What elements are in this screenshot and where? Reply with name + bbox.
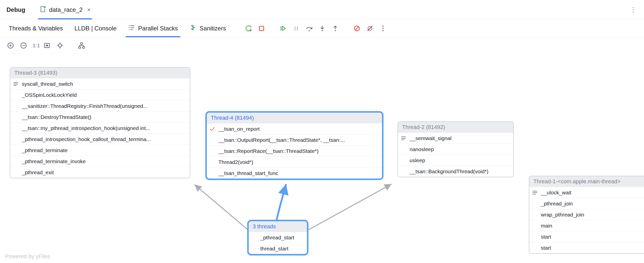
stop-button[interactable] <box>256 23 267 34</box>
stack-frame[interactable]: start <box>529 231 644 242</box>
stack-frame[interactable]: __tsan::BackgroundThread(void*) <box>398 166 513 177</box>
frame-label: main <box>541 223 552 229</box>
tab-label: Threads & Variables <box>9 25 63 32</box>
stack-frame[interactable]: _pthread_start <box>249 232 307 243</box>
threads-group-title: 3 threads <box>249 221 307 232</box>
frame-label: _pthread_terminate_invoke <box>22 158 86 164</box>
parallel-stacks-icon <box>128 24 135 33</box>
thread-node-title: Thread-1-<com.apple.main-thread> <box>529 176 644 187</box>
frame-label: _OSSpinLockLockYield <box>22 92 77 98</box>
debugger-tab-strip: Threads & Variables LLDB | Console Paral… <box>0 20 644 37</box>
debug-session-tab[interactable]: data_race_2 × <box>37 0 93 19</box>
frame-label: _pthread_introspection_hook_callout_thre… <box>22 136 151 142</box>
frame-label: __tsan::ReportRace(__tsan::ThreadState*) <box>218 148 318 154</box>
stack-frame[interactable]: __tsan::OutputReport(__tsan::ThreadState… <box>207 134 382 145</box>
frame-label: __tsan::BackgroundThread(void*) <box>410 168 488 174</box>
stack-frame[interactable]: __tsan_on_report <box>207 123 382 134</box>
frame-label: _pthread_exit <box>22 169 54 176</box>
frame-label: _pthread_terminate <box>22 147 68 153</box>
zoom-actual-size[interactable]: 1:1 <box>31 42 41 49</box>
file-icon <box>39 6 46 14</box>
tab-sanitizers[interactable]: Sanitizers <box>186 20 229 37</box>
frame-label: __tsan_thread_start_func <box>218 170 278 176</box>
edge-threads-to-thread3 <box>195 185 248 230</box>
view-breakpoints-button[interactable] <box>351 23 362 34</box>
edge-threads-to-thread2 <box>308 184 392 230</box>
step-over-button[interactable] <box>304 23 315 34</box>
center-graph-icon[interactable] <box>54 40 66 51</box>
parallel-stacks-canvas[interactable]: Thread-3 (81493) syscall_thread_switch _… <box>0 54 644 263</box>
toolbar-more-icon[interactable] <box>377 23 389 34</box>
powered-by-yfiles-label: Powered by yFiles <box>5 253 50 260</box>
stack-frame[interactable]: _pthread_join <box>529 198 644 209</box>
stack-frame[interactable]: __ulock_wait <box>529 187 644 198</box>
frame-label: __tsan::my_pthread_introspection_hook(un… <box>22 125 150 131</box>
thread-node-thread2[interactable]: Thread-2 (81492) __semwait_signal nanosl… <box>398 121 514 177</box>
stack-frame[interactable]: usleep <box>398 155 513 166</box>
stack-frame[interactable]: wrap_pthread_join <box>529 209 644 220</box>
current-frame-check-icon <box>209 126 215 132</box>
sanitizers-icon <box>189 24 197 33</box>
frame-label: Thread2(void*) <box>218 159 253 165</box>
stack-frame[interactable]: __tsan_thread_start_func <box>207 167 382 179</box>
thread-node-thread3[interactable]: Thread-3 (81493) syscall_thread_switch _… <box>10 67 190 178</box>
edge-threads-to-thread4 <box>277 184 286 220</box>
frames-group-icon <box>13 81 19 87</box>
stack-frame[interactable]: start <box>529 242 644 253</box>
zoom-out-icon[interactable] <box>18 40 29 51</box>
frame-label: _pthread_join <box>541 201 573 207</box>
frames-group-icon <box>401 135 407 141</box>
tab-parallel-stacks[interactable]: Parallel Stacks <box>125 20 181 37</box>
tab-threads-variables[interactable]: Threads & Variables <box>6 20 66 37</box>
stack-frame[interactable]: __sanitizer::ThreadRegistry::FinishThrea… <box>10 100 190 111</box>
layout-graph-icon[interactable] <box>76 40 87 51</box>
stack-frame[interactable]: _pthread_terminate_invoke <box>10 156 190 167</box>
zoom-in-icon[interactable] <box>5 40 16 51</box>
thread-node-thread1[interactable]: Thread-1-<com.apple.main-thread> __ulock… <box>529 176 644 254</box>
graph-toolbar: 1:1 <box>0 37 644 54</box>
thread-node-title: Thread-3 (81493) <box>10 68 190 78</box>
stack-frame[interactable]: main <box>529 220 644 231</box>
stack-frame[interactable]: Thread2(void*) <box>207 156 382 167</box>
close-icon[interactable]: × <box>87 6 91 13</box>
step-out-button[interactable] <box>330 23 341 34</box>
tab-lldb-console[interactable]: LLDB | Console <box>72 20 120 37</box>
stack-frame[interactable]: _pthread_terminate <box>10 145 190 156</box>
stack-frame[interactable]: nanosleep <box>398 144 513 155</box>
frame-label: syscall_thread_switch <box>22 81 73 87</box>
frame-label: _pthread_start <box>260 235 294 241</box>
frame-label: __sanitizer::ThreadRegistry::FinishThrea… <box>22 103 148 109</box>
frame-label: __ulock_wait <box>541 190 571 196</box>
stack-frame[interactable]: thread_start <box>249 243 307 254</box>
thread-node-title: Thread-4 (81494) <box>207 113 382 123</box>
stack-frame[interactable]: _OSSpinLockLockYield <box>10 89 190 100</box>
stack-frame[interactable]: _pthread_introspection_hook_callout_thre… <box>10 134 190 145</box>
fit-content-icon[interactable] <box>41 40 52 51</box>
frame-label: __tsan::DestroyThreadState() <box>22 114 91 120</box>
stack-frame[interactable]: syscall_thread_switch <box>10 78 190 89</box>
stack-frame[interactable]: __tsan::ReportRace(__tsan::ThreadState*) <box>207 145 382 156</box>
stack-frame[interactable]: __tsan::DestroyThreadState() <box>10 111 190 122</box>
threads-group-node[interactable]: 3 threads _pthread_start thread_start <box>247 220 308 255</box>
stack-frame[interactable]: __tsan::my_pthread_introspection_hook(un… <box>10 122 190 134</box>
pause-button[interactable] <box>291 23 302 34</box>
frame-label: nanosleep <box>410 146 434 152</box>
rerun-button[interactable] <box>243 23 254 34</box>
tab-label: Sanitizers <box>200 25 226 32</box>
stack-frame[interactable]: __semwait_signal <box>398 133 513 144</box>
toolwindow-title: Debug <box>7 6 25 13</box>
mute-breakpoints-button[interactable] <box>364 23 375 34</box>
frame-label: start <box>541 234 551 240</box>
frame-label: usleep <box>410 157 425 163</box>
frames-group-icon <box>532 190 538 196</box>
stack-frame[interactable]: _pthread_exit <box>10 167 190 178</box>
thread-node-thread4[interactable]: Thread-4 (81494) __tsan_on_report __tsan… <box>205 111 383 180</box>
tab-label: LLDB | Console <box>75 25 117 32</box>
resume-button[interactable] <box>278 23 289 34</box>
step-into-button[interactable] <box>317 23 328 34</box>
debug-session-tab-label: data_race_2 <box>49 6 83 13</box>
thread-node-title: Thread-2 (81492) <box>398 122 513 133</box>
frame-label: __tsan::OutputReport(__tsan::ThreadState… <box>218 137 345 143</box>
frame-label: start <box>541 245 551 251</box>
header-more-icon[interactable]: ⋮ <box>622 6 644 14</box>
